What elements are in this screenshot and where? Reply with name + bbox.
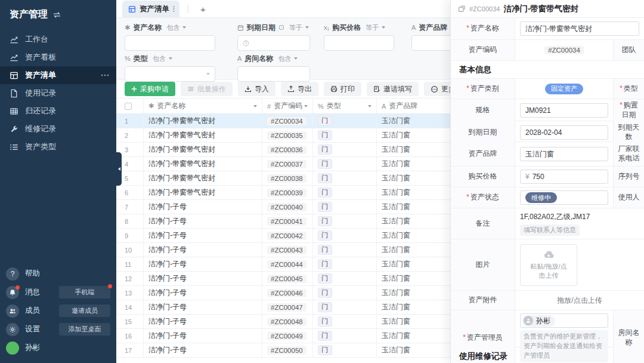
room-filter-input[interactable] bbox=[237, 66, 310, 82]
attachment-dropzone[interactable]: 拖放/点击上传 bbox=[557, 296, 602, 306]
asset-code-cell[interactable]: #ZC00034 bbox=[262, 114, 313, 128]
asset-name-cell[interactable]: 洁净门-带窗带气密封 bbox=[144, 171, 262, 185]
asset-name-cell[interactable]: 洁净门-子母 bbox=[144, 343, 262, 357]
asset-name-cell[interactable]: 洁净门-带窗带气密封 bbox=[144, 157, 262, 171]
switch-space-icon[interactable] bbox=[52, 11, 61, 19]
price-filter-input[interactable] bbox=[324, 35, 394, 51]
sidebar-item-workbench[interactable]: 工作台 bbox=[0, 30, 116, 48]
asset-name-cell[interactable]: 洁净门-子母 bbox=[144, 243, 262, 257]
asset-name-cell[interactable]: 洁净门-带窗带气密封 bbox=[144, 128, 262, 142]
asset-name-cell[interactable]: 洁净门-子母 bbox=[144, 272, 262, 285]
asset-name-cell[interactable]: 洁净门-子母 bbox=[144, 229, 262, 242]
asset-name-cell[interactable]: 洁净门-子母 bbox=[144, 257, 262, 271]
type-cell[interactable]: 门 bbox=[313, 143, 377, 156]
asset-name-cell[interactable]: 洁净门-带窗带气密封 bbox=[144, 143, 262, 156]
export-button[interactable]: 导出 bbox=[281, 82, 318, 96]
price-input[interactable]: ¥750 bbox=[520, 170, 608, 184]
asset-name-filter-input[interactable] bbox=[125, 35, 215, 51]
more-options-icon[interactable] bbox=[101, 74, 109, 76]
manager-member-input[interactable]: 孙彬 bbox=[520, 313, 608, 328]
type-filter-select[interactable] bbox=[125, 66, 215, 82]
asset-name-cell[interactable]: 洁净门-子母 bbox=[144, 214, 262, 228]
column-asset-name[interactable]: ✱ 资产名称 bbox=[144, 99, 262, 113]
due-date-filter-input[interactable] bbox=[237, 35, 310, 51]
asset-code-cell[interactable]: #ZC00042 bbox=[262, 229, 313, 242]
asset-code-cell[interactable]: #ZC00038 bbox=[262, 171, 313, 185]
sidebar-item-asset-types[interactable]: 资产类型 bbox=[0, 138, 116, 156]
image-upload-dropzone[interactable]: 粘贴/拖放/点击上传 bbox=[520, 244, 577, 286]
asset-code-cell[interactable]: #ZC00047 bbox=[262, 300, 313, 314]
type-cell[interactable]: 门 bbox=[313, 272, 377, 285]
filter-label[interactable]: % 类型 包含 bbox=[125, 54, 215, 63]
select-all-checkbox[interactable] bbox=[125, 103, 132, 110]
type-cell[interactable]: 门 bbox=[313, 329, 377, 343]
type-cell[interactable]: 门 bbox=[313, 343, 377, 357]
add-to-desktop-button[interactable]: 添加至桌面 bbox=[59, 323, 110, 336]
filter-label[interactable]: A 房间名称 包含 bbox=[237, 54, 310, 63]
type-cell[interactable]: 门 bbox=[313, 229, 377, 242]
type-cell[interactable]: 门 bbox=[313, 243, 377, 257]
asset-name-cell[interactable]: 洁净门-子母 bbox=[144, 286, 262, 300]
import-button[interactable]: 导入 bbox=[238, 82, 275, 96]
asset-name-input[interactable]: 洁净门-带窗带气密封 bbox=[520, 21, 639, 36]
type-cell[interactable]: 门 bbox=[313, 128, 377, 142]
new-tab-button[interactable]: + bbox=[197, 4, 209, 14]
category-pill[interactable]: 固定资产 bbox=[545, 84, 583, 94]
asset-code-cell[interactable]: #ZC00050 bbox=[262, 343, 313, 357]
asset-code-cell[interactable]: #ZC00039 bbox=[262, 186, 313, 199]
brand-input[interactable]: 玉洁门窗 bbox=[520, 147, 608, 161]
messages-row[interactable]: 消息 手机端 bbox=[6, 283, 110, 302]
invite-fill-button[interactable]: 邀请填写 bbox=[367, 82, 419, 96]
asset-code-cell[interactable]: #ZC00044 bbox=[262, 257, 313, 271]
members-row[interactable]: 成员 邀请成员 bbox=[6, 302, 110, 320]
asset-code-cell[interactable]: #ZC00046 bbox=[262, 286, 313, 300]
due-date-input[interactable]: 2028-02-04 bbox=[520, 125, 608, 140]
type-cell[interactable]: 门 bbox=[313, 186, 377, 199]
tab-asset-list[interactable]: 资产清单 bbox=[122, 1, 179, 17]
settings-row[interactable]: 设置 添加至桌面 bbox=[6, 320, 110, 339]
expand-record-icon[interactable] bbox=[458, 5, 466, 13]
column-asset-code[interactable]: # 资产编码 bbox=[262, 99, 313, 113]
asset-code-cell[interactable]: #ZC00041 bbox=[262, 214, 313, 228]
date-config-icon[interactable] bbox=[278, 24, 284, 30]
sidebar-item-asset-list[interactable]: 资产清单 bbox=[0, 66, 116, 84]
asset-code-cell[interactable]: #ZC00035 bbox=[262, 128, 313, 142]
type-cell[interactable]: 门 bbox=[313, 157, 377, 171]
sidebar-item-return-records[interactable]: 归还记录 bbox=[0, 102, 116, 120]
sidebar-item-dashboard[interactable]: 资产看板 bbox=[0, 48, 116, 66]
asset-code-cell[interactable]: #ZC00045 bbox=[262, 272, 313, 285]
type-cell[interactable]: 门 bbox=[313, 214, 377, 228]
type-cell[interactable]: 门 bbox=[313, 257, 377, 271]
type-cell[interactable]: 门 bbox=[313, 300, 377, 314]
asset-name-cell[interactable]: 洁净门-带窗带气密封 bbox=[144, 114, 262, 128]
help-row[interactable]: ? 帮助 bbox=[6, 264, 110, 283]
user-row[interactable]: 孙彬 bbox=[6, 339, 110, 357]
type-cell[interactable]: 门 bbox=[313, 286, 377, 300]
purchase-request-button[interactable]: 采购申请 bbox=[125, 82, 175, 96]
sort-caret-icon[interactable] bbox=[253, 105, 257, 107]
sort-caret-icon[interactable] bbox=[368, 105, 371, 107]
asset-code-cell[interactable]: #ZC00040 bbox=[262, 200, 313, 214]
sidebar-collapse-handle[interactable] bbox=[116, 152, 122, 186]
mobile-app-button[interactable]: 手机端 bbox=[59, 286, 110, 299]
filter-label[interactable]: 到期日期 等于 bbox=[237, 23, 310, 32]
batch-operations-button[interactable]: 批量操作 bbox=[181, 82, 233, 96]
type-cell[interactable]: 门 bbox=[313, 171, 377, 185]
asset-code-cell[interactable]: #ZC00037 bbox=[262, 157, 313, 171]
print-button[interactable]: 打印 bbox=[324, 82, 361, 96]
asset-name-cell[interactable]: 洁净门-子母 bbox=[144, 329, 262, 343]
status-select[interactable]: 维修中 bbox=[520, 190, 608, 205]
asset-code-cell[interactable]: #ZC00036 bbox=[262, 143, 313, 156]
column-type[interactable]: % 类型 bbox=[313, 99, 377, 113]
filter-label[interactable]: x₁ 购买价格 等于 bbox=[324, 23, 394, 32]
filter-label[interactable]: ✱ 资产名称 包含 bbox=[125, 23, 215, 32]
type-cell[interactable]: 门 bbox=[313, 200, 377, 214]
tab-menu-icon[interactable] bbox=[173, 5, 175, 13]
spec-input[interactable]: JM0921 bbox=[520, 103, 608, 118]
sidebar-item-repair-records[interactable]: 维修记录 bbox=[0, 120, 116, 138]
sidebar-item-usage-records[interactable]: 使用记录 bbox=[0, 84, 116, 102]
asset-name-cell[interactable]: 洁净门-子母 bbox=[144, 200, 262, 214]
asset-code-cell[interactable]: #ZC00049 bbox=[262, 329, 313, 343]
asset-name-cell[interactable]: 洁净门-子母 bbox=[144, 300, 262, 314]
asset-code-cell[interactable]: #ZC00048 bbox=[262, 315, 313, 328]
